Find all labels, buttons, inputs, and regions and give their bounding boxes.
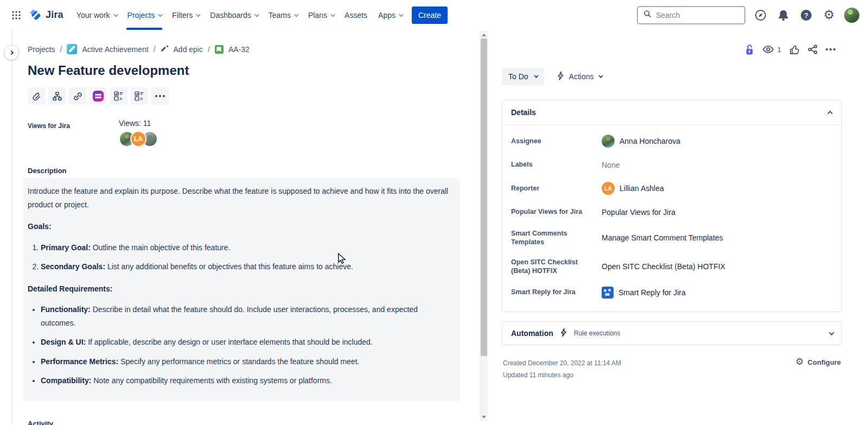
field-value[interactable]: Open SITC Checklist (Beta) HOTFIX (602, 262, 833, 271)
share-icon[interactable] (808, 45, 818, 54)
notifications-icon[interactable] (776, 8, 791, 23)
field-labels: Labels None (511, 153, 833, 176)
viewer-avatars: LA (119, 131, 153, 147)
field-label: Smart Comments Templates (511, 229, 602, 247)
breadcrumb-projects[interactable]: Projects (28, 45, 55, 54)
link-button[interactable] (69, 87, 86, 105)
chevron-down-icon (330, 12, 335, 16)
help-icon[interactable]: ? (799, 8, 814, 23)
app-switcher-icon[interactable] (8, 7, 25, 24)
chevron-down-icon (158, 12, 162, 16)
field-reporter: Reporter LA Lillian Ashlea (511, 176, 833, 200)
status-row: To Do Actions (502, 68, 842, 85)
jira-logo[interactable]: Jira (25, 9, 71, 22)
create-button[interactable]: Create (412, 7, 448, 24)
main-scrollbar[interactable] (480, 31, 488, 421)
chevron-down-icon (534, 73, 538, 78)
lock-open-icon[interactable] (745, 44, 754, 55)
description-field[interactable]: Introduce the feature and explain its pu… (23, 178, 459, 401)
user-avatar[interactable] (844, 8, 859, 23)
requirement-item: Performance Metrics: Specify any perform… (41, 355, 454, 369)
more-icon[interactable] (826, 48, 835, 50)
issue-title[interactable]: New Feature development (28, 63, 464, 78)
checklist-button-2[interactable] (131, 87, 148, 105)
smart-reply-icon (602, 287, 614, 299)
automation-panel: Automation Rule executions (502, 321, 842, 345)
breadcrumb-project[interactable]: Active Achievement (82, 45, 148, 54)
watch-group[interactable]: 1 (762, 45, 781, 54)
viewer-avatar[interactable]: LA (130, 131, 146, 147)
automation-heading: Automation (511, 329, 553, 338)
nav-plans[interactable]: Plans (303, 0, 339, 30)
settings-icon[interactable]: ⚙ (821, 8, 837, 23)
field-value[interactable]: None (602, 161, 833, 169)
nav-label: Apps (378, 11, 395, 20)
field-value[interactable]: Manage Smart Comment Templates (602, 233, 833, 242)
description-intro: Introduce the feature and explain its pu… (28, 185, 454, 211)
issue-side-panel: 1 To Do (488, 30, 868, 425)
svg-text:?: ? (804, 11, 808, 19)
nav-label: Plans (308, 11, 327, 20)
chevron-down-icon (294, 12, 298, 16)
field-smart-reply: Smart Reply for Jira Smart Reply for Jir… (511, 281, 833, 304)
description-heading: Description (28, 167, 464, 175)
checklist-button[interactable] (110, 87, 127, 105)
breadcrumb: Projects / Active Achievement / Add epic… (28, 44, 464, 54)
configure-button[interactable]: ⚙ Configure (795, 357, 841, 381)
bolt-icon (557, 71, 565, 82)
field-value[interactable]: Popular Views for Jira (602, 208, 833, 217)
discover-icon[interactable] (753, 8, 768, 23)
views-count: Views: 11 (119, 119, 153, 128)
actions-dropdown[interactable]: Actions (557, 71, 602, 82)
nav-projects[interactable]: Projects (122, 0, 167, 30)
breadcrumb-separator: / (154, 45, 156, 54)
add-child-issue-button[interactable] (48, 87, 66, 105)
goals-heading: Goals: (28, 220, 454, 233)
nav-teams[interactable]: Teams (263, 0, 303, 30)
jira-logo-text: Jira (46, 9, 63, 21)
assignee-avatar (602, 135, 615, 148)
nav-filters[interactable]: Filters (167, 0, 205, 30)
details-panel-header[interactable]: Details (502, 100, 841, 124)
automation-panel-header[interactable]: Automation Rule executions (502, 322, 841, 345)
project-avatar-icon (67, 44, 77, 54)
breadcrumb-add-epic[interactable]: Add epic (174, 45, 203, 54)
nav-apps[interactable]: Apps (373, 0, 407, 30)
field-popular-views: Popular Views for Jira Popular Views for… (511, 200, 833, 224)
created-date: Created December 20, 2022 at 11:14 AM (503, 357, 621, 369)
field-value[interactable]: Smart Reply for Jira (602, 287, 833, 299)
more-actions-button[interactable] (151, 87, 169, 105)
watchers-count: 1 (777, 46, 781, 54)
nav-label: Filters (172, 11, 193, 20)
top-navigation: Jira Your work Projects Filters Dashboar… (0, 0, 868, 30)
scroll-up-arrow[interactable] (480, 31, 488, 39)
breadcrumb-separator: / (208, 45, 210, 54)
chevron-down-icon (113, 12, 118, 16)
field-value[interactable]: Anna Honcharova (602, 135, 833, 148)
attach-button[interactable] (28, 87, 45, 105)
scroll-down-arrow[interactable] (480, 413, 488, 421)
scrollbar-thumb[interactable] (481, 39, 487, 356)
search-input[interactable] (656, 11, 732, 20)
chevron-down-icon (598, 73, 603, 78)
search-box[interactable] (637, 6, 745, 24)
field-assignee: Assignee Anna Honcharova (511, 129, 833, 153)
nav-your-work[interactable]: Your work (71, 0, 122, 30)
requirement-item: Design & UI: If applicable, describe any… (41, 335, 454, 349)
issue-dates: Created December 20, 2022 at 11:14 AM Up… (503, 357, 621, 381)
details-heading: Details (511, 108, 536, 117)
story-type-icon (215, 45, 224, 54)
nav-assets[interactable]: Assets (339, 0, 373, 30)
field-value[interactable]: LA Lillian Ashlea (602, 182, 833, 195)
chevron-down-icon (196, 12, 200, 16)
status-dropdown[interactable]: To Do (502, 68, 544, 85)
app-badge-button[interactable] (90, 87, 107, 105)
like-icon[interactable] (789, 45, 800, 55)
app-badge-icon (93, 91, 104, 102)
automation-subtitle: Rule executions (574, 329, 620, 337)
breadcrumb-issue-key[interactable]: AA-32 (228, 45, 250, 54)
nav-dashboards[interactable]: Dashboards (205, 0, 263, 30)
watch-icon (762, 45, 774, 54)
expand-sidebar-button[interactable] (4, 45, 19, 60)
field-label: Reporter (511, 184, 602, 193)
